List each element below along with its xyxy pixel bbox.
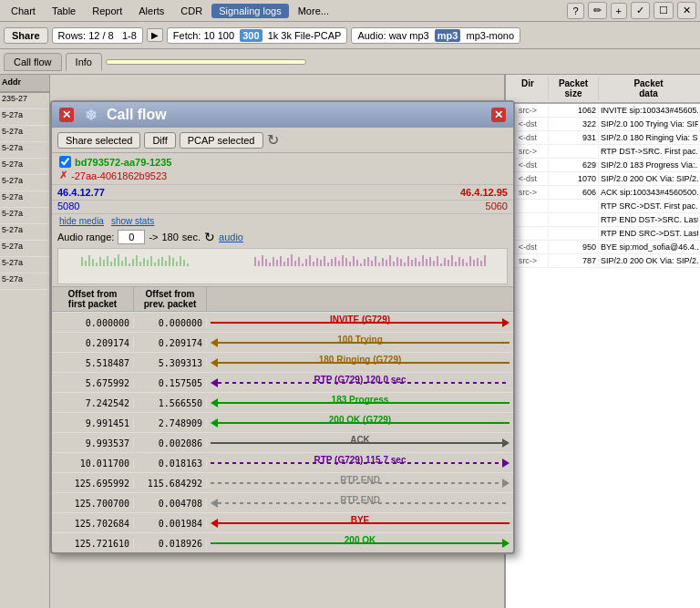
fetch-info: Fetch: 10 100 300 1k 3k File-PCAP <box>167 27 348 44</box>
tab-call-flow[interactable]: Call flow <box>4 53 62 71</box>
table-row[interactable]: <-dst 931 SIP/2.0 180 Ringing Via: S... <box>506 131 700 145</box>
table-row[interactable]: src-> 787 SIP/2.0 200 OK Via: SIP/2... <box>506 254 700 268</box>
call-id-1: bd793572-aa79-1235 <box>75 157 171 168</box>
close-icon[interactable]: ✕ <box>677 2 696 19</box>
table-row[interactable]: RTP SRC->DST. First pac... <box>506 200 700 213</box>
menu-alerts[interactable]: Alerts <box>131 4 171 18</box>
flow-row-invite[interactable]: 0.000000 0.000000 INVITE (G729) <box>52 312 513 332</box>
list-item[interactable]: 5-27a <box>0 175 49 191</box>
audio-range-label: Audio range: <box>57 232 114 242</box>
list-item[interactable]: 235-27 <box>0 93 49 109</box>
col-dir: Dir <box>508 77 549 100</box>
flow-row-rtp2[interactable]: 10.011700 0.018163 RTP (G729) 115.7 sec <box>52 452 513 472</box>
list-item[interactable]: 5-27a <box>0 126 49 142</box>
audio-range-sec: sec. <box>182 232 201 242</box>
check-icon[interactable]: ✓ <box>631 2 650 19</box>
flow-row-200ok[interactable]: 9.991451 2.748909 200 OK (G729) <box>52 412 513 432</box>
ip-right: 46.4.12.95 <box>460 187 508 198</box>
dialog-close-right-button[interactable]: ✕ <box>491 108 506 122</box>
flow-row-rtp1[interactable]: 5.675992 0.157505 RTP (G729) 120.0 sec <box>52 372 513 392</box>
share-selected-button[interactable]: Share selected <box>57 132 140 149</box>
list-item[interactable]: 5-27a <box>0 273 49 290</box>
flow-row-bye[interactable]: 125.702684 0.001984 BYE <box>52 512 513 532</box>
call-id-2: -27aa-4061862b9523 <box>71 170 167 181</box>
window-icon[interactable]: ☐ <box>654 2 674 19</box>
table-row[interactable]: RTP END SRC->DST. Last... <box>506 227 700 241</box>
audio-range-arrow: -> <box>149 232 158 242</box>
audio-link[interactable]: audio <box>219 232 243 242</box>
flow-row-rtpend1[interactable]: 125.695992 115.684292 RTP END <box>52 472 513 492</box>
help-icon[interactable]: ? <box>567 3 583 19</box>
flow-label-invite: INVITE (G729) <box>207 314 513 325</box>
media-stats-row: hide media show stats <box>52 214 513 228</box>
table-row[interactable]: RTP END DST->SRC. Last... <box>506 213 700 227</box>
waveform-area <box>57 248 508 284</box>
flow-column-headers: Offset fromfirst packet Offset fromprev.… <box>52 286 513 312</box>
dialog-title-bar: ✕ ❄ Call flow ✕ <box>52 102 513 128</box>
right-panel-header: Dir Packetsize Packetdata <box>506 75 700 104</box>
refresh-button[interactable]: ↻ <box>267 131 279 149</box>
call-id-x-icon: ✗ <box>59 170 67 181</box>
dialog-close-left-button[interactable]: ✕ <box>59 108 74 122</box>
edit-icon[interactable]: ✏ <box>588 2 607 19</box>
col-offset-first: Offset fromfirst packet <box>52 287 134 311</box>
list-item[interactable]: 5-27a <box>0 208 49 224</box>
port-left: 5080 <box>57 201 79 211</box>
list-item[interactable]: 5-27a <box>0 241 49 257</box>
flow-row-ringing[interactable]: 5.518487 5.309313 180 Ringing (G729) <box>52 352 513 372</box>
table-row[interactable]: <-dst 322 SIP/2.0 100 Trying Via: SIF... <box>506 118 700 131</box>
menu-table[interactable]: Table <box>45 4 83 18</box>
list-item[interactable]: 5-27a <box>0 109 49 126</box>
toolbar: Share Rows: 12 / 8 1-8 ▶ Fetch: 10 100 3… <box>0 22 700 49</box>
menu-more[interactable]: More... <box>291 4 336 18</box>
table-row[interactable]: <-dst 950 BYE sip:mod_sofia@46.4... <box>506 241 700 254</box>
menu-signaling-logs[interactable]: Signaling logs <box>211 4 289 18</box>
menu-cdr[interactable]: CDR <box>173 4 210 18</box>
audio-range-end: 180 <box>161 232 178 242</box>
share-button[interactable]: Share <box>4 27 48 44</box>
table-row[interactable]: src-> RTP DST->SRC. First pac... <box>506 145 700 159</box>
show-stats-link[interactable]: show stats <box>111 216 154 226</box>
info-field[interactable] <box>106 59 306 65</box>
list-item[interactable]: 5-27a <box>0 224 49 241</box>
call-id-checkbox-1[interactable] <box>59 156 71 168</box>
menu-report[interactable]: Report <box>85 4 129 18</box>
list-item[interactable]: 5-27a <box>0 159 49 175</box>
main-content: Addr 235-27 5-27a 5-27a 5-27a 5-27a 5-27… <box>0 75 700 608</box>
tab-info[interactable]: Info <box>66 53 102 71</box>
call-id-row-1: bd793572-aa79-1235 <box>59 156 506 168</box>
table-row[interactable]: src-> 606 ACK sip:100343#4560500... <box>506 186 700 200</box>
right-side-panel: Dir Packetsize Packetdata src-> 1062 INV… <box>504 75 700 608</box>
menu-chart[interactable]: Chart <box>4 4 43 18</box>
snowflake-icon: ❄ <box>81 106 99 124</box>
hide-media-link[interactable]: hide media <box>59 216 104 226</box>
table-row[interactable]: <-dst 629 SIP/2.0 183 Progress Via:... <box>506 159 700 172</box>
audio-refresh-icon[interactable]: ↻ <box>204 230 215 244</box>
flow-row-200ok-final[interactable]: 125.721610 0.018926 200 OK <box>52 532 513 552</box>
port-right: 5060 <box>486 201 508 211</box>
table-row[interactable]: <-dst 1070 SIP/2.0 200 OK Via: SIP/2... <box>506 172 700 186</box>
list-item[interactable]: 5-27a <box>0 191 49 208</box>
diff-button[interactable]: Diff <box>144 132 175 149</box>
pcap-selected-button[interactable]: PCAP selected <box>180 132 263 149</box>
list-item[interactable]: 5-27a <box>0 257 49 273</box>
col-packet-data: Packetdata <box>599 77 698 100</box>
add-icon[interactable]: + <box>611 3 627 19</box>
audio-range-start-input[interactable] <box>118 230 145 244</box>
dialog-title: Call flow <box>107 107 167 123</box>
waveform-svg <box>73 250 492 283</box>
flow-row-ack[interactable]: 9.993537 0.002086 ACK <box>52 432 513 452</box>
table-row[interactable]: src-> 1062 INVITE sip:100343#45605... <box>506 104 700 118</box>
audio-info: Audio: wav mp3 mp3 mp3-mono <box>351 27 520 44</box>
flow-row-rtpend2[interactable]: 125.700700 0.004708 RTP END <box>52 492 513 512</box>
time-offset-prev: 0.000000 <box>134 318 207 328</box>
next-page-button[interactable]: ▶ <box>147 28 163 42</box>
col-offset-prev: Offset fromprev. packet <box>134 287 207 311</box>
list-item[interactable]: 5-27a <box>0 142 49 159</box>
call-flow-dialog: ✕ ❄ Call flow ✕ Share selected Diff PCAP… <box>50 100 515 554</box>
flow-row-progress[interactable]: 7.242542 1.566550 183 Progress <box>52 392 513 412</box>
fetch-highlight: 300 <box>240 29 262 42</box>
menu-bar: Chart Table Report Alerts CDR Signaling … <box>0 0 700 22</box>
flow-row-trying[interactable]: 0.209174 0.209174 100 Trying <box>52 332 513 352</box>
call-id-row-2: ✗ -27aa-4061862b9523 <box>59 170 506 181</box>
